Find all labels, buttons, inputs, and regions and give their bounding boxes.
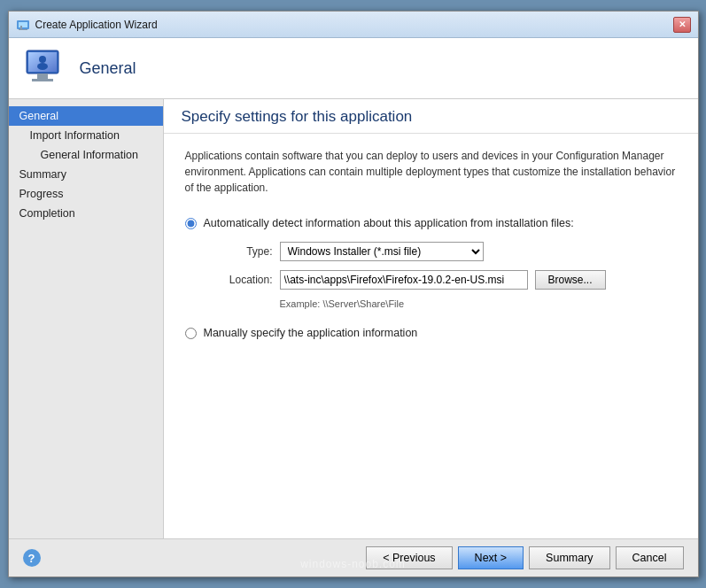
body-area: General Import Information General Infor… [9, 99, 698, 538]
page-title: Specify settings for this application [182, 108, 413, 125]
radio-manual-specify[interactable] [185, 328, 197, 339]
location-row: Location: Browse... [206, 270, 677, 290]
radio-auto-row: Automatically detect information about t… [185, 217, 677, 229]
radio-section-auto: Automatically detect information about t… [185, 217, 677, 309]
footer-buttons: < Previous Next > Summary Cancel [366, 546, 683, 569]
svg-rect-1 [19, 22, 27, 27]
form-section: Type: Windows Installer (*.msi file) Loc… [206, 242, 677, 309]
footer-left: ? [23, 549, 41, 567]
main-scroll-area: Applications contain software that you c… [164, 134, 698, 538]
page-header: Specify settings for this application [164, 99, 698, 134]
cancel-button[interactable]: Cancel [616, 546, 684, 569]
next-button[interactable]: Next > [458, 546, 524, 569]
svg-point-9 [39, 56, 46, 63]
location-label: Location: [206, 274, 273, 286]
title-bar: Create Application Wizard ✕ [9, 12, 698, 38]
close-button[interactable]: ✕ [673, 17, 691, 33]
sidebar-item-general[interactable]: General [9, 106, 163, 126]
radio-manual-row: Manually specify the application informa… [185, 327, 677, 339]
svg-point-10 [37, 63, 48, 70]
title-bar-left: Create Application Wizard [16, 18, 158, 32]
svg-rect-3 [19, 29, 27, 30]
sidebar-item-summary[interactable]: Summary [9, 165, 163, 184]
window-icon [16, 18, 30, 32]
radio-manual-label: Manually specify the application informa… [204, 327, 418, 339]
radio-auto-detect[interactable] [185, 218, 197, 229]
sidebar-item-progress[interactable]: Progress [9, 184, 163, 204]
wizard-header-title: General [80, 59, 136, 78]
radio-auto-label: Automatically detect information about t… [204, 217, 574, 229]
description-text: Applications contain software that you c… [185, 148, 677, 196]
create-application-wizard-window: Create Application Wizard ✕ [8, 11, 699, 577]
location-input[interactable] [280, 270, 528, 290]
sidebar-item-completion[interactable]: Completion [9, 204, 163, 223]
main-content: Specify settings for this application Ap… [164, 99, 698, 538]
window-title: Create Application Wizard [35, 19, 158, 31]
type-row: Type: Windows Installer (*.msi file) [206, 242, 677, 261]
svg-rect-2 [20, 26, 22, 29]
help-button[interactable]: ? [23, 549, 41, 567]
summary-button[interactable]: Summary [529, 546, 609, 569]
footer: ? < Previous Next > Summary Cancel [9, 538, 698, 576]
svg-rect-7 [37, 74, 48, 79]
sidebar-item-import-information[interactable]: Import Information [9, 126, 163, 145]
example-text: Example: \\Server\Share\File [280, 298, 677, 309]
svg-rect-8 [32, 79, 53, 81]
previous-button[interactable]: < Previous [366, 546, 452, 569]
sidebar: General Import Information General Infor… [9, 99, 164, 538]
type-label: Type: [206, 245, 273, 258]
type-select[interactable]: Windows Installer (*.msi file) [280, 242, 484, 261]
browse-button[interactable]: Browse... [535, 270, 606, 290]
wizard-header: General [9, 38, 698, 99]
computer-icon [23, 45, 69, 91]
sidebar-item-general-information[interactable]: General Information [9, 145, 163, 165]
